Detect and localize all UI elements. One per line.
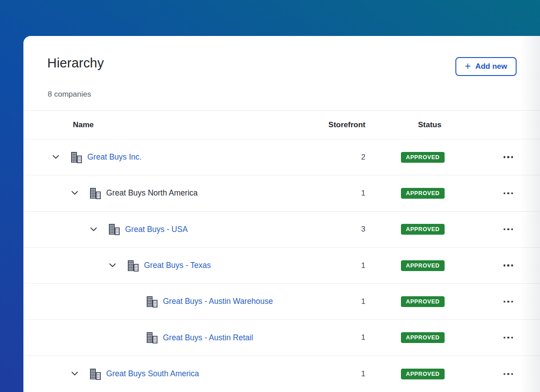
building-icon xyxy=(145,296,158,307)
storefront-count: 1 xyxy=(311,370,365,379)
storefront-count: 1 xyxy=(311,297,365,306)
table-row: Great Buys Inc. 2 APPROVED xyxy=(23,139,540,175)
company-name-link[interactable]: Great Buys - USA xyxy=(125,225,188,234)
status-badge: APPROVED xyxy=(401,224,445,235)
name-cell: Great Buys - USA xyxy=(23,223,311,235)
actions-cell xyxy=(484,333,517,343)
column-header-status: Status xyxy=(365,120,484,129)
status-cell: APPROVED xyxy=(365,260,484,271)
chevron-down-icon[interactable] xyxy=(89,227,99,232)
indent-spacer xyxy=(51,193,70,193)
status-cell: APPROVED xyxy=(365,332,484,343)
actions-cell xyxy=(484,189,517,198)
add-new-button[interactable]: + Add new xyxy=(455,57,517,76)
company-name-link[interactable]: Great Buys Inc. xyxy=(87,152,142,162)
indent-spacer xyxy=(51,265,108,266)
name-cell: Great Buys - Texas xyxy=(23,260,311,272)
status-cell: APPROVED xyxy=(365,224,484,235)
storefront-count: 2 xyxy=(311,153,365,162)
status-badge: APPROVED xyxy=(401,332,445,343)
column-header-name: Name xyxy=(23,120,311,129)
companies-count: 8 companies xyxy=(48,90,91,99)
indent-spacer xyxy=(51,301,126,302)
hierarchy-card: Hierarchy 8 companies + Add new Name Sto… xyxy=(23,36,540,392)
overflow-menu-button[interactable] xyxy=(503,333,514,343)
status-cell: APPROVED xyxy=(365,188,484,199)
actions-cell xyxy=(484,370,517,379)
table-row: Great Buys - Austin Retail 1 APPROVED xyxy=(23,320,540,356)
chevron-down-icon[interactable] xyxy=(108,263,117,267)
table-row: Great Buys South America 1 APPROVED xyxy=(23,356,540,392)
name-cell: Great Buys Inc. xyxy=(23,151,311,163)
storefront-count: 1 xyxy=(311,189,365,198)
storefront-count: 3 xyxy=(311,225,365,234)
name-cell: Great Buys - Austin Warehouse xyxy=(23,296,311,307)
name-cell: Great Buys North America xyxy=(23,187,311,199)
table-row: Great Buys - Texas 1 APPROVED xyxy=(23,248,540,284)
company-name-link[interactable]: Great Buys North America xyxy=(106,188,198,198)
status-cell: APPROVED xyxy=(365,152,484,163)
table-body: Great Buys Inc. 2 APPROVED xyxy=(23,139,540,392)
name-cell: Great Buys South America xyxy=(23,368,311,380)
chevron-down-icon[interactable] xyxy=(51,155,61,159)
chevron-down-icon[interactable] xyxy=(70,372,80,376)
building-icon xyxy=(70,151,82,163)
building-icon xyxy=(108,223,120,235)
building-icon xyxy=(89,187,101,199)
overflow-menu-button[interactable] xyxy=(503,189,514,198)
overflow-menu-button[interactable] xyxy=(503,297,514,307)
indent-spacer xyxy=(51,338,126,338)
company-name-link[interactable]: Great Buys - Austin Retail xyxy=(163,333,253,343)
card-header: Hierarchy 8 companies + Add new xyxy=(23,36,540,110)
company-name-link[interactable]: Great Buys - Texas xyxy=(144,261,211,270)
company-name-link[interactable]: Great Buys - Austin Warehouse xyxy=(163,297,273,306)
overflow-menu-button[interactable] xyxy=(503,370,514,379)
actions-cell xyxy=(484,152,517,162)
chevron-down-icon[interactable] xyxy=(70,191,80,195)
status-badge: APPROVED xyxy=(401,188,445,199)
table-row: Great Buys - Austin Warehouse 1 APPROVED xyxy=(23,284,540,320)
status-cell: APPROVED xyxy=(365,296,484,307)
storefront-count: 1 xyxy=(311,261,365,270)
table-header-row: Name Storefront Status xyxy=(23,110,540,139)
name-cell: Great Buys - Austin Retail xyxy=(23,332,311,343)
status-badge: APPROVED xyxy=(401,369,445,379)
overflow-menu-button[interactable] xyxy=(503,261,514,270)
table-row: Great Buys - USA 3 APPROVED xyxy=(23,212,540,248)
building-icon xyxy=(126,260,139,272)
column-header-storefront: Storefront xyxy=(311,120,365,129)
status-badge: APPROVED xyxy=(401,296,445,307)
table-row: Great Buys North America 1 APPROVED xyxy=(23,175,540,211)
overflow-menu-button[interactable] xyxy=(503,152,514,162)
indent-spacer xyxy=(51,229,89,230)
building-icon xyxy=(89,368,101,380)
page-title: Hierarchy xyxy=(47,56,104,71)
actions-cell xyxy=(484,225,517,234)
actions-cell xyxy=(484,297,517,307)
actions-cell xyxy=(484,261,517,270)
indent-spacer xyxy=(51,374,70,374)
add-new-label: Add new xyxy=(475,62,507,71)
storefront-count: 1 xyxy=(311,333,365,342)
company-name-link[interactable]: Great Buys South America xyxy=(106,369,199,379)
status-cell: APPROVED xyxy=(365,369,484,379)
building-icon xyxy=(145,332,158,343)
plus-icon: + xyxy=(465,61,471,71)
status-badge: APPROVED xyxy=(401,152,445,163)
overflow-menu-button[interactable] xyxy=(503,225,514,234)
status-badge: APPROVED xyxy=(401,260,445,271)
